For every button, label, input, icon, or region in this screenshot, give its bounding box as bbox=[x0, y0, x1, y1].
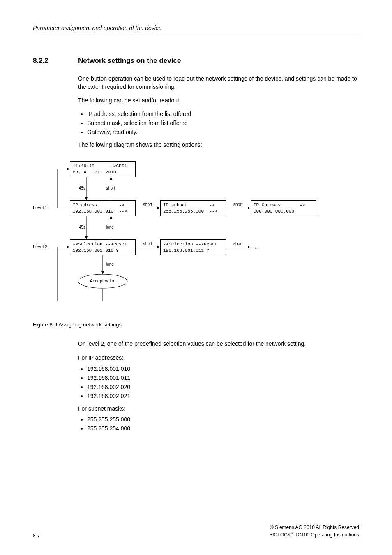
paragraph: One-button operation can be used to read… bbox=[78, 75, 359, 91]
edge-label: short bbox=[105, 186, 116, 190]
diagram-edges bbox=[33, 161, 357, 309]
running-header: Parameter assignment and operation of th… bbox=[33, 25, 359, 34]
section-number: 8.2.2 bbox=[33, 57, 78, 65]
list-item: 192.168.002.021 bbox=[87, 393, 359, 399]
paragraph: The following can be set and/or readout: bbox=[78, 97, 359, 105]
edge-label: long bbox=[105, 262, 115, 266]
page-number: 8-7 bbox=[33, 533, 40, 539]
diagram-node-ip-address: IP adress -> 192.168.001.010 --> bbox=[70, 200, 136, 216]
list-item: Subnet mask, selection from list offered bbox=[87, 120, 359, 126]
doc-line: SICLOCK® TC100 Operating Instructions bbox=[269, 531, 359, 539]
page-footer: 8-7 © Siemens AG 2010 All Rights Reserve… bbox=[33, 524, 359, 539]
diagram-ellipsis: ... bbox=[255, 245, 258, 250]
section-title: Network settings on the device bbox=[78, 57, 181, 65]
diagram-node-start: 11:46:48 ->GPS1 Mo, 4. Oct. 2010 bbox=[70, 161, 136, 177]
diagram-accept-value: Accept value bbox=[88, 278, 118, 283]
level-label: Level 1: bbox=[33, 205, 49, 210]
list-item: 255.255.255.000 bbox=[87, 416, 359, 423]
paragraph: The following diagram shows the setting … bbox=[78, 141, 359, 149]
level-label: Level 2: bbox=[33, 244, 49, 249]
paragraph: For IP addresses: bbox=[78, 354, 359, 362]
list-item: 255.255.254.000 bbox=[87, 425, 359, 432]
copyright: © Siemens AG 2010 All Rights Reserved bbox=[269, 524, 359, 531]
edge-label: short bbox=[233, 241, 243, 246]
diagram-node-selection-2: ->Selection -->Reset 192.168.001.011 ? bbox=[160, 239, 226, 255]
edge-label: short bbox=[142, 241, 153, 246]
edge-label: 45s bbox=[78, 186, 86, 190]
edge-label: short bbox=[142, 202, 153, 207]
bullet-list: 255.255.255.000 255.255.254.000 bbox=[78, 416, 359, 432]
diagram-node-selection-1: ->Selection -->Reset 192.168.001.010 ? bbox=[70, 239, 136, 255]
bullet-list: 192.168.001.010 192.168.001.011 192.168.… bbox=[78, 365, 359, 399]
list-item: 192.168.001.010 bbox=[87, 365, 359, 372]
paragraph: For subnet masks: bbox=[78, 405, 359, 413]
figure-caption: Figure 8-9 Assigning network settings bbox=[33, 321, 359, 328]
edge-label: short bbox=[233, 202, 243, 207]
diagram-node-ip-gateway: IP Gateway -> 000.000.000.000 bbox=[251, 200, 316, 216]
list-item: 192.168.001.011 bbox=[87, 375, 359, 381]
list-item: 192.168.002.020 bbox=[87, 384, 359, 390]
edge-label: long bbox=[105, 225, 115, 229]
list-item: IP address, selection from the list offe… bbox=[87, 111, 359, 117]
list-item: Gateway, read only. bbox=[87, 129, 359, 135]
diagram-node-ip-subnet: IP subnet -> 255.255.255.000 --> bbox=[160, 200, 226, 216]
paragraph: On level 2, one of the predefined select… bbox=[78, 340, 359, 348]
edge-label: 45s bbox=[78, 225, 86, 229]
bullet-list: IP address, selection from the list offe… bbox=[78, 111, 359, 135]
diagram: Level 1: Level 2: 11:46:48 ->GPS1 Mo, 4.… bbox=[33, 161, 357, 309]
